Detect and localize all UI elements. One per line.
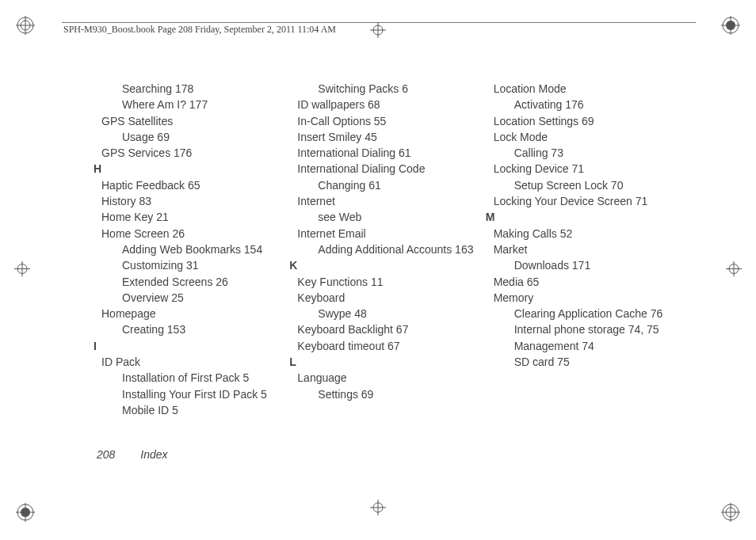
- index-letter-heading: L: [289, 354, 485, 370]
- index-entry: Key Functions 11: [297, 274, 485, 290]
- index-entry: Swype 48: [318, 306, 485, 321]
- index-letter-heading: M: [486, 209, 682, 225]
- index-entry: Usage 69: [122, 129, 289, 145]
- index-entry: Extended Screens 26: [122, 274, 289, 290]
- index-entry: Lock Mode: [494, 129, 682, 145]
- index-entry: Activating 176: [514, 97, 682, 112]
- index-entry: Location Mode: [494, 81, 682, 97]
- index-entry: Location Settings 69: [494, 113, 682, 129]
- index-entry: Home Key 21: [101, 209, 289, 225]
- index-entry: Insert Smiley 45: [297, 129, 485, 145]
- index-entry: Internal phone storage 74, 75: [525, 321, 682, 337]
- index-entry: see Web: [318, 209, 485, 225]
- index-entry: Language: [297, 370, 485, 386]
- index-letter-heading: I: [94, 338, 289, 354]
- crop-mark-icon: [726, 261, 742, 280]
- registration-mark-icon: [721, 16, 740, 37]
- index-entry: International Dialing 61: [297, 145, 485, 161]
- index-entry: Calling 73: [514, 145, 682, 161]
- index-letter-heading: K: [289, 257, 485, 273]
- index-entry: ID Pack: [101, 354, 289, 370]
- crop-mark-icon: [370, 500, 386, 518]
- index-entry: Home Screen 26: [101, 226, 289, 241]
- index-entry: Installation of First Pack 5: [122, 370, 289, 386]
- page-footer: 208 Index: [97, 448, 168, 461]
- index-entry: Overview 25: [122, 290, 289, 306]
- index-letter-heading: H: [94, 161, 289, 177]
- index-entry: Adding Additional Accounts 163: [328, 241, 485, 257]
- index-entry: SD card 75: [514, 354, 682, 370]
- index-entry: Keyboard: [297, 290, 485, 306]
- index-content: Searching 178Where Am I? 177GPS Satellit…: [101, 81, 689, 418]
- index-entry: Settings 69: [318, 386, 485, 402]
- crop-mark-icon: [14, 261, 30, 280]
- page-number: 208: [97, 448, 115, 461]
- index-entry: Internet: [297, 193, 485, 209]
- index-entry: History 83: [101, 193, 289, 209]
- registration-mark-icon: [16, 16, 35, 37]
- index-entry: Where Am I? 177: [122, 97, 289, 112]
- index-entry: Making Calls 52: [494, 226, 682, 241]
- index-entry: Locking Your Device Screen 71: [514, 193, 682, 209]
- index-entry: ID wallpapers 68: [297, 97, 485, 112]
- index-entry: GPS Services 176: [101, 145, 289, 161]
- index-entry: Haptic Feedback 65: [101, 177, 289, 193]
- section-name: Index: [140, 448, 167, 461]
- header-metadata: SPH-M930_Boost.book Page 208 Friday, Sep…: [63, 24, 336, 36]
- index-entry: In-Call Options 55: [297, 113, 485, 129]
- index-column-1: Searching 178Where Am I? 177GPS Satellit…: [101, 81, 297, 418]
- index-entry: International Dialing Code: [297, 161, 485, 177]
- index-entry: Keyboard Backlight 67: [297, 321, 485, 337]
- registration-mark-icon: [16, 503, 35, 524]
- index-entry: GPS Satellites: [101, 113, 289, 129]
- index-entry: Locking Device 71: [494, 161, 682, 177]
- index-entry: Mobile ID 5: [122, 402, 289, 418]
- index-entry: Setup Screen Lock 70: [514, 177, 682, 193]
- index-entry: Market: [494, 241, 682, 257]
- index-entry: Customizing 31: [122, 257, 289, 273]
- index-entry: Downloads 171: [514, 257, 682, 273]
- crop-mark-icon: [370, 22, 386, 40]
- index-entry: Searching 178: [122, 81, 289, 97]
- index-entry: Homepage: [101, 306, 289, 321]
- index-entry: Clearing Application Cache 76: [525, 306, 682, 321]
- index-column-2: Switching Packs 6ID wallpapers 68In-Call…: [297, 81, 493, 418]
- index-entry: Media 65: [494, 274, 682, 290]
- index-entry: Changing 61: [318, 177, 485, 193]
- index-entry: Internet Email: [297, 226, 485, 241]
- index-entry: Management 74: [514, 338, 682, 354]
- index-entry: Adding Web Bookmarks 154: [132, 241, 289, 257]
- index-entry: Memory: [494, 290, 682, 306]
- index-entry: Switching Packs 6: [318, 81, 485, 97]
- index-entry: Creating 153: [122, 321, 289, 337]
- index-entry: Installing Your First ID Pack 5: [122, 386, 289, 402]
- index-entry: Keyboard timeout 67: [297, 338, 485, 354]
- index-column-3: Location ModeActivating 176Location Sett…: [494, 81, 689, 418]
- registration-mark-icon: [721, 503, 740, 524]
